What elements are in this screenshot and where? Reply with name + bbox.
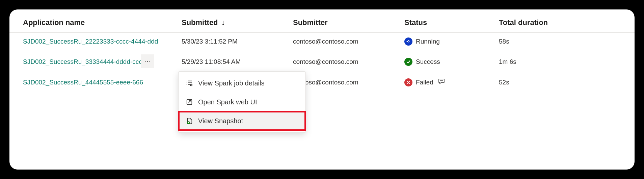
svg-point-0	[407, 41, 408, 42]
menu-item-label: Open Spark web UI	[198, 98, 257, 106]
table-body: SJD002_SuccessRu_22223333-cccc-4444-ddd5…	[9, 33, 635, 92]
context-menu: View Spark job details Open Spark web UI…	[178, 71, 306, 133]
cell-duration: 58s	[492, 33, 635, 51]
col-label: Submitter	[293, 18, 328, 27]
application-name-link[interactable]: SJD002_SuccessRu_33334444-dddd-ccc	[23, 58, 142, 66]
cell-application-name: SJD002_SuccessRu_33334444-dddd-ccc⋯	[9, 50, 175, 73]
cell-status: Success	[398, 50, 492, 73]
col-application-name[interactable]: Application name	[9, 13, 175, 33]
col-status[interactable]: Status	[398, 13, 492, 33]
jobs-panel: Application name Submitted ↓ Submitter S…	[9, 9, 635, 170]
more-options-button[interactable]: ⋯	[141, 54, 154, 68]
menu-item-label: View Spark job details	[198, 79, 264, 87]
open-external-icon	[185, 98, 193, 106]
cell-duration: 1m 6s	[492, 50, 635, 73]
svg-point-9	[187, 82, 187, 83]
col-label: Total duration	[499, 18, 548, 27]
cell-submitted: 5/30/23 3:11:52 PM	[175, 33, 286, 51]
cell-submitted: 5/29/23 11:08:54 AM	[175, 50, 286, 73]
col-submitter[interactable]: Submitter	[286, 13, 398, 33]
menu-item-open-spark-web-ui[interactable]: Open Spark web UI	[179, 93, 305, 111]
failed-status-icon	[404, 78, 412, 86]
svg-point-5	[441, 80, 442, 81]
svg-point-6	[442, 80, 443, 81]
col-label: Submitted	[182, 18, 218, 27]
svg-point-2	[409, 42, 410, 42]
status-text: Success	[416, 58, 440, 66]
cell-status: Running	[398, 33, 492, 51]
chat-icon[interactable]	[438, 78, 445, 86]
svg-point-3	[408, 43, 409, 43]
table-row: SJD002_SuccessRu_44445555-eeee-666contos…	[9, 73, 635, 91]
col-submitted[interactable]: Submitted ↓	[175, 13, 286, 33]
col-duration[interactable]: Total duration	[492, 13, 635, 33]
sort-descending-icon: ↓	[221, 18, 225, 27]
application-name-link[interactable]: SJD002_SuccessRu_22223333-cccc-4444-ddd	[23, 38, 158, 45]
status-text: Failed	[416, 79, 433, 86]
running-status-icon	[404, 37, 412, 46]
menu-item-view-spark-job-details[interactable]: View Spark job details	[179, 74, 305, 93]
col-label: Application name	[23, 18, 85, 27]
svg-point-11	[187, 84, 187, 85]
cell-submitter: contoso@contoso.com	[286, 33, 398, 51]
cell-duration: 52s	[492, 73, 635, 91]
col-label: Status	[404, 18, 427, 27]
menu-item-label: View Snapshot	[198, 117, 243, 125]
snapshot-icon	[185, 117, 193, 125]
menu-item-view-snapshot[interactable]: View Snapshot	[179, 111, 305, 130]
svg-point-1	[408, 40, 409, 41]
table-header: Application name Submitted ↓ Submitter S…	[9, 13, 635, 33]
jobs-table: Application name Submitted ↓ Submitter S…	[9, 13, 635, 91]
cell-application-name: SJD002_SuccessRu_22223333-cccc-4444-ddd	[9, 33, 175, 51]
application-name-link[interactable]: SJD002_SuccessRu_44445555-eeee-666	[23, 79, 143, 86]
table-row: SJD002_SuccessRu_33334444-dddd-ccc⋯5/29/…	[9, 50, 635, 73]
cell-submitter: contoso@contoso.com	[286, 50, 398, 73]
cell-status: Failed	[398, 73, 492, 91]
table-row: SJD002_SuccessRu_22223333-cccc-4444-ddd5…	[9, 33, 635, 51]
success-status-icon	[404, 58, 412, 66]
svg-point-4	[440, 80, 441, 81]
cell-application-name: SJD002_SuccessRu_44445555-eeee-666	[9, 73, 175, 91]
status-text: Running	[416, 38, 440, 45]
svg-point-7	[187, 81, 187, 81]
list-star-icon	[185, 79, 193, 87]
